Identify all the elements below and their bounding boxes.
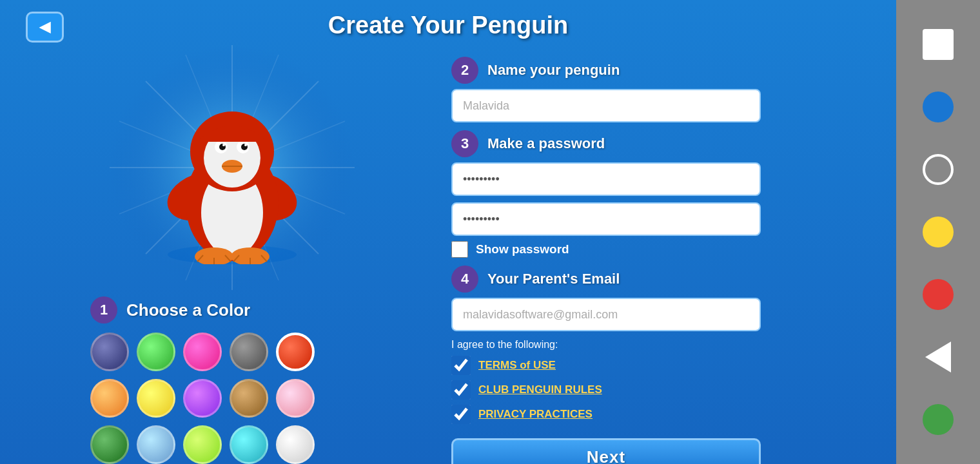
step-1-badge: 1 bbox=[90, 296, 117, 324]
step-2-badge: 2 bbox=[451, 57, 478, 84]
color-swatch-dark-gray[interactable] bbox=[230, 333, 268, 371]
terms-checkbox[interactable] bbox=[451, 356, 471, 375]
sidebar-blue-circle-icon bbox=[923, 92, 954, 122]
show-password-row: Show password bbox=[451, 241, 793, 258]
page-header: Create Your Penguin bbox=[0, 0, 896, 46]
color-grid bbox=[90, 333, 374, 464]
color-swatch-pink[interactable] bbox=[183, 333, 222, 371]
color-swatch-brown[interactable] bbox=[230, 379, 268, 418]
svg-point-19 bbox=[222, 144, 225, 146]
password-header-row: 3 Make a password bbox=[451, 130, 793, 157]
main-area: ◀ Create Your Penguin bbox=[0, 0, 896, 464]
color-swatch-yellow[interactable] bbox=[137, 379, 175, 418]
terms-label[interactable]: TERMS of USE bbox=[478, 359, 556, 372]
terms-row: TERMS of USE bbox=[451, 356, 793, 375]
sidebar-yellow-circle-icon bbox=[923, 217, 954, 247]
penguin-illustration bbox=[161, 77, 303, 264]
email-label: Your Parent's Email bbox=[487, 271, 620, 287]
color-swatch-light-pink[interactable] bbox=[276, 379, 315, 418]
sidebar-white-square-icon bbox=[923, 29, 954, 60]
rules-label[interactable]: CLUB PENGUIN RULES bbox=[478, 383, 602, 396]
name-input[interactable] bbox=[451, 89, 761, 122]
sidebar-right bbox=[896, 0, 980, 464]
email-section: 4 Your Parent's Email bbox=[451, 266, 793, 331]
svg-point-20 bbox=[244, 144, 247, 146]
color-chooser-label: Choose a Color bbox=[126, 300, 250, 320]
back-button[interactable]: ◀ bbox=[26, 12, 64, 43]
right-panel: 2 Name your penguin 3 Make a password Sh… bbox=[451, 57, 793, 464]
color-swatch-white[interactable] bbox=[276, 425, 315, 464]
penguin-area bbox=[71, 52, 393, 284]
privacy-label[interactable]: PRIVACY PRACTICES bbox=[478, 408, 593, 421]
password-label: Make a password bbox=[487, 135, 605, 152]
color-swatch-green[interactable] bbox=[137, 333, 175, 371]
color-swatch-navy[interactable] bbox=[90, 333, 129, 371]
name-label: Name your penguin bbox=[487, 62, 620, 79]
page-title: Create Your Penguin bbox=[328, 12, 568, 39]
sidebar-triangle-icon bbox=[925, 342, 951, 372]
privacy-checkbox[interactable] bbox=[451, 405, 471, 424]
email-input[interactable] bbox=[451, 298, 761, 331]
step-4-badge: 4 bbox=[451, 266, 478, 293]
color-swatch-purple[interactable] bbox=[183, 379, 222, 418]
color-swatch-dark-green[interactable] bbox=[90, 425, 129, 464]
sidebar-green-circle-icon bbox=[923, 404, 954, 435]
color-swatch-light-blue[interactable] bbox=[137, 425, 175, 464]
step-3-badge: 3 bbox=[451, 130, 478, 157]
sidebar-red-circle-icon bbox=[923, 279, 954, 310]
color-swatch-lime[interactable] bbox=[183, 425, 222, 464]
sidebar-circle-outline-icon bbox=[923, 154, 954, 185]
color-swatch-red[interactable] bbox=[276, 333, 315, 371]
privacy-row: PRIVACY PRACTICES bbox=[451, 405, 793, 424]
rules-row: CLUB PENGUIN RULES bbox=[451, 380, 793, 400]
color-swatch-teal[interactable] bbox=[230, 425, 268, 464]
confirm-password-input[interactable] bbox=[451, 202, 761, 236]
agree-text: I agree to the following: bbox=[451, 339, 793, 351]
color-chooser: 1 Choose a Color bbox=[90, 296, 374, 464]
left-panel: 1 Choose a Color bbox=[19, 52, 445, 464]
agree-section: I agree to the following: TERMS of USE C… bbox=[451, 339, 793, 424]
show-password-checkbox[interactable] bbox=[451, 241, 468, 258]
color-chooser-header: 1 Choose a Color bbox=[90, 296, 374, 324]
password-input[interactable] bbox=[451, 162, 761, 196]
rules-checkbox[interactable] bbox=[451, 380, 471, 400]
show-password-label[interactable]: Show password bbox=[476, 242, 569, 256]
password-section: 3 Make a password Show password bbox=[451, 130, 793, 258]
name-header-row: 2 Name your penguin bbox=[451, 57, 793, 84]
name-section: 2 Name your penguin bbox=[451, 57, 793, 122]
email-header-row: 4 Your Parent's Email bbox=[451, 266, 793, 293]
color-swatch-orange[interactable] bbox=[90, 379, 129, 418]
next-button[interactable]: Next bbox=[451, 438, 761, 464]
